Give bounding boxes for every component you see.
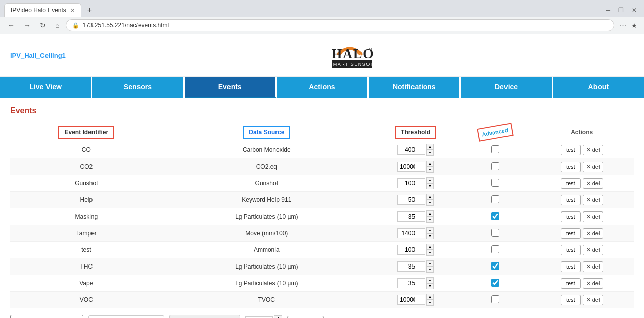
close-window-button[interactable]: ✕ — [629, 6, 640, 15]
nav-events[interactable]: Events — [185, 77, 277, 98]
url-box[interactable]: 🔒 173.251.55.221/nac/events.html — [66, 19, 614, 31]
advanced-checkbox[interactable] — [491, 162, 499, 170]
down-icon[interactable]: ▼ — [426, 167, 434, 173]
down-icon[interactable]: ▼ — [426, 150, 434, 156]
spinner[interactable]: ▲ ▼ — [426, 144, 434, 156]
up-icon[interactable]: ▲ — [426, 277, 434, 283]
down-icon[interactable]: ▼ — [426, 233, 434, 239]
up-icon[interactable]: ▲ — [426, 227, 434, 233]
up-icon[interactable]: ▲ — [426, 244, 434, 250]
down-icon[interactable]: ▼ — [426, 267, 434, 273]
delete-button[interactable]: ✕ del — [583, 162, 604, 172]
advanced-cell — [461, 175, 530, 192]
delete-button[interactable]: ✕ del — [583, 211, 604, 222]
spinner[interactable]: ▲ ▼ — [426, 244, 434, 256]
source-select[interactable] — [169, 315, 240, 318]
delete-button[interactable]: ✕ del — [583, 178, 604, 189]
advanced-checkbox[interactable] — [491, 229, 499, 237]
minimize-button[interactable]: ─ — [603, 6, 613, 15]
tab-close-icon[interactable]: ✕ — [70, 7, 75, 14]
advanced-checkbox[interactable] — [491, 179, 499, 187]
new-id-input[interactable] — [88, 315, 164, 318]
delete-button[interactable]: ✕ del — [583, 278, 604, 289]
test-button[interactable]: test — [561, 295, 581, 305]
down-icon[interactable]: ▼ — [426, 200, 434, 206]
threshold-up-icon[interactable]: ▲ — [274, 315, 282, 318]
down-icon[interactable]: ▼ — [426, 183, 434, 189]
advanced-checkbox[interactable] — [491, 212, 499, 220]
nav-device[interactable]: Device — [461, 77, 553, 98]
delete-button[interactable]: ✕ del — [583, 261, 604, 272]
threshold-input: ▲ ▼ — [375, 144, 456, 156]
down-icon[interactable]: ▼ — [426, 300, 434, 306]
new-tab-button[interactable]: + — [83, 4, 96, 17]
reload-button[interactable]: ↻ — [37, 20, 49, 30]
spinner[interactable]: ▲ ▼ — [426, 227, 434, 239]
advanced-checkbox[interactable] — [491, 195, 499, 203]
threshold-field[interactable] — [397, 162, 425, 172]
advanced-checkbox[interactable] — [491, 295, 499, 303]
nav-live-view[interactable]: Live View — [0, 77, 92, 98]
spinner[interactable]: ▲ ▼ — [426, 177, 434, 189]
test-button[interactable]: test — [561, 162, 581, 172]
nav-sensors[interactable]: Sensors — [92, 77, 184, 98]
delete-button[interactable]: ✕ del — [583, 295, 604, 305]
threshold-field[interactable] — [397, 245, 425, 255]
advanced-checkbox[interactable] — [491, 245, 499, 253]
nav-notifications[interactable]: Notifications — [369, 77, 461, 98]
browser-actions: ⋯ ★ — [618, 21, 639, 30]
forward-button[interactable]: → — [21, 20, 33, 30]
spinner[interactable]: ▲ ▼ — [426, 260, 434, 273]
test-button[interactable]: test — [561, 211, 581, 222]
threshold-field[interactable] — [397, 278, 425, 288]
up-icon[interactable]: ▲ — [426, 177, 434, 183]
restore-button[interactable]: ❐ — [615, 6, 627, 15]
delete-button[interactable]: ✕ del — [583, 228, 604, 239]
advanced-checkbox[interactable] — [491, 145, 499, 153]
delete-button[interactable]: ✕ del — [583, 195, 604, 205]
test-button[interactable]: test — [561, 278, 581, 289]
add-button[interactable]: + + add — [287, 316, 323, 318]
up-icon[interactable]: ▲ — [426, 294, 434, 300]
test-button[interactable]: test — [561, 228, 581, 239]
threshold-field[interactable] — [397, 195, 425, 205]
nav-actions[interactable]: Actions — [277, 77, 369, 98]
up-icon[interactable]: ▲ — [426, 194, 434, 200]
threshold-field[interactable] — [397, 211, 425, 222]
threshold-field[interactable] — [397, 145, 425, 155]
threshold-field[interactable] — [397, 261, 425, 272]
spinner[interactable]: ▲ ▼ — [426, 294, 434, 306]
home-button[interactable]: ⌂ — [53, 20, 62, 30]
back-button[interactable]: ← — [5, 20, 17, 30]
down-icon[interactable]: ▼ — [426, 250, 434, 256]
test-button[interactable]: test — [561, 195, 581, 205]
spinner[interactable]: ▲ ▼ — [426, 161, 434, 173]
up-icon[interactable]: ▲ — [426, 144, 434, 150]
svg-text:SMART SENSOR: SMART SENSOR — [329, 62, 375, 67]
threshold-field[interactable] — [397, 228, 425, 238]
up-icon[interactable]: ▲ — [426, 210, 434, 217]
nav-about[interactable]: About — [553, 77, 644, 98]
down-icon[interactable]: ▼ — [426, 217, 434, 223]
test-button[interactable]: test — [561, 178, 581, 189]
up-icon[interactable]: ▲ — [426, 161, 434, 167]
down-icon[interactable]: ▼ — [426, 283, 434, 289]
advanced-cell — [461, 192, 530, 208]
test-button[interactable]: test — [561, 245, 581, 255]
advanced-checkbox[interactable] — [491, 262, 499, 270]
delete-button[interactable]: ✕ del — [583, 145, 604, 155]
threshold-field[interactable] — [397, 295, 425, 305]
delete-button[interactable]: ✕ del — [583, 245, 604, 255]
threshold-input: ▲ ▼ — [375, 277, 456, 289]
test-button[interactable]: test — [561, 261, 581, 272]
advanced-checkbox[interactable] — [491, 279, 499, 287]
threshold-field[interactable] — [397, 178, 425, 188]
browser-tab[interactable]: IPVideo Halo Events ✕ — [4, 3, 81, 17]
test-button[interactable]: test — [561, 145, 581, 155]
spinner[interactable]: ▲ ▼ — [426, 210, 434, 223]
up-icon[interactable]: ▲ — [426, 260, 434, 267]
save-changes-button[interactable]: Save Changes Above — [10, 315, 83, 318]
spinner[interactable]: ▲ ▼ — [426, 277, 434, 289]
spinner[interactable]: ▲ ▼ — [426, 194, 434, 206]
new-threshold-spinner[interactable]: ▲ ▼ — [274, 315, 282, 318]
